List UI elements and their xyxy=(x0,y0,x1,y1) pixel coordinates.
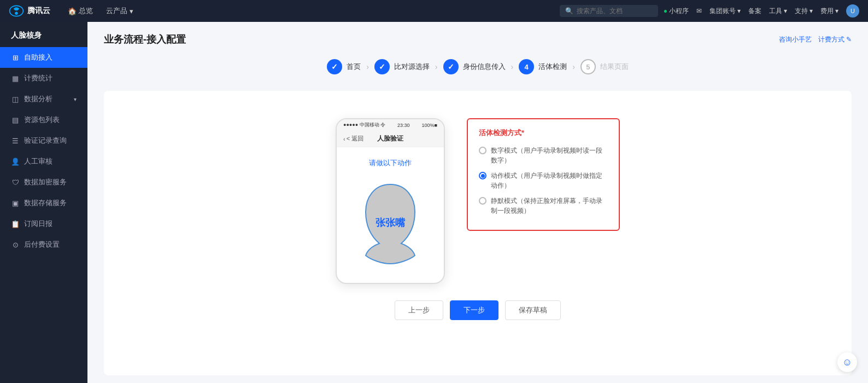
page-header: 业务流程-接入配置 咨询小手艺 计费方式 ✎ xyxy=(104,33,852,46)
step-label-2: 比对源选择 xyxy=(394,62,430,72)
chart-icon: ▦ xyxy=(11,74,20,83)
sidebar-item-daily-order[interactable]: 📋 订阅日报 xyxy=(0,213,87,234)
sidebar-item-post-fee[interactable]: ⊙ 后付费设置 xyxy=(0,234,87,255)
radio-circle-digit xyxy=(479,147,486,154)
step-circle-5: 5 xyxy=(580,59,596,74)
tools-link[interactable]: 工具 ▾ xyxy=(769,7,787,16)
search-area: 🔍 ● 小程序 ✉ 集团账号 ▾ 备案 工具 ▾ 支持 xyxy=(560,4,859,18)
search-input[interactable] xyxy=(577,7,653,15)
chevron-down-icon: ▾ xyxy=(130,7,133,15)
nav-products[interactable]: 云产品 ▾ xyxy=(99,0,140,22)
step-2: ✓ 比对源选择 xyxy=(374,59,430,74)
edit-icon: ✎ xyxy=(846,36,852,43)
chevron-right-icon: ▾ xyxy=(74,96,77,102)
step-1: ✓ 首页 xyxy=(327,59,361,74)
smile-icon: ☺ xyxy=(842,357,852,368)
stepper: ✓ 首页 › ✓ 比对源选择 › ✓ 身份信息传入 › 4 xyxy=(104,59,852,74)
top-nav: 腾讯云 🏠 总览 云产品 ▾ 🔍 ● 小程序 ✉ 集团账号 ▾ 备案 xyxy=(0,0,868,22)
content-card: ●●●●● 中国移动 令 23:30 100%■ ‹ < 返回 人脸验证 请做以… xyxy=(104,91,852,375)
mail-icon: ✉ xyxy=(696,7,702,15)
shield-icon: 🛡 xyxy=(11,178,20,187)
sidebar-item-data-analysis[interactable]: ◫ 数据分析 ▾ xyxy=(0,89,87,109)
sidebar-item-statistics[interactable]: ▦ 计费统计 xyxy=(0,68,87,89)
settings-panel-title: 活体检测方式* xyxy=(479,128,608,138)
group-link[interactable]: 集团账号 ▾ xyxy=(709,7,741,16)
radio-label-digit: 数字模式（用户手动录制视频时读一段数字） xyxy=(491,146,608,165)
radio-silent-mode[interactable]: 静默模式（保持正脸对准屏幕，手动录制一段视频） xyxy=(479,196,608,216)
step-3: ✓ 身份信息传入 xyxy=(443,59,506,74)
battery-text: 100%■ xyxy=(422,123,437,128)
radio-action-mode[interactable]: 动作模式（用户手动录制视频时做指定动作） xyxy=(479,171,608,190)
user-icon: 👤 xyxy=(11,157,20,166)
logo[interactable]: 腾讯云 xyxy=(9,5,50,17)
consult-link[interactable]: 咨询小手艺 xyxy=(779,35,812,44)
group-chevron-icon: ▾ xyxy=(737,7,741,15)
sidebar-item-self-access[interactable]: ⊞ 自助接入 xyxy=(0,47,87,68)
sidebar-item-resource-list[interactable]: ▤ 资源包列表 xyxy=(0,109,87,130)
search-box[interactable]: 🔍 xyxy=(560,5,658,17)
required-mark: * xyxy=(521,129,524,137)
mail-link[interactable]: ✉ xyxy=(696,7,702,15)
billing-link[interactable]: 计费方式 ✎ xyxy=(818,35,852,44)
nav-home[interactable]: 🏠 总览 xyxy=(61,0,99,22)
sidebar: 人脸核身 ⊞ 自助接入 ▦ 计费统计 ◫ 数据分析 ▾ ▤ 资源包列表 ☰ 验证… xyxy=(0,22,87,383)
search-icon: 🔍 xyxy=(565,7,573,15)
home-icon: 🏠 xyxy=(68,7,77,15)
calendar-icon: 📋 xyxy=(11,219,20,228)
phone-instruction: 请做以下动作 xyxy=(369,158,412,168)
face-action-text: 张张嘴 xyxy=(376,216,405,229)
sidebar-item-manual-review[interactable]: 👤 人工审核 xyxy=(0,151,87,172)
sidebar-item-verify-record[interactable]: ☰ 验证记录查询 xyxy=(0,130,87,151)
cost-chevron-icon: ▾ xyxy=(835,7,838,15)
signal-text: ●●●●● 中国移动 令 xyxy=(343,121,385,129)
step-5: 5 结果页面 xyxy=(580,59,629,74)
save-draft-button[interactable]: 保存草稿 xyxy=(505,300,561,320)
storage-icon: ▣ xyxy=(11,199,20,207)
feedback-button[interactable]: ☺ xyxy=(837,352,857,372)
step-arrow-1: › xyxy=(366,62,369,71)
radio-digit-mode[interactable]: 数字模式（用户手动录制视频时读一段数字） xyxy=(479,146,608,165)
radio-circle-silent xyxy=(479,197,486,205)
step-arrow-3: › xyxy=(511,62,514,71)
phone-back-button[interactable]: ‹ < 返回 xyxy=(343,135,363,143)
svg-point-1 xyxy=(15,11,18,15)
prev-button[interactable]: 上一步 xyxy=(395,300,443,320)
sidebar-title: 人脸核身 xyxy=(0,22,87,47)
top-nav-right: ● 小程序 ✉ 集团账号 ▾ 备案 工具 ▾ 支持 ▾ 费用 xyxy=(664,4,859,18)
cost-link[interactable]: 费用 ▾ xyxy=(820,7,838,16)
step-label-5: 结果页面 xyxy=(600,62,629,72)
step-arrow-4: › xyxy=(572,62,575,71)
step-label-4: 活体检测 xyxy=(538,62,567,72)
step-circle-3: ✓ xyxy=(443,59,459,74)
step-circle-2: ✓ xyxy=(374,59,390,74)
avatar[interactable]: U xyxy=(846,4,859,18)
phone-nav-bar: ‹ < 返回 人脸验证 xyxy=(337,131,444,147)
step-circle-4: 4 xyxy=(519,59,534,74)
mini-program-link[interactable]: ● 小程序 xyxy=(664,7,689,16)
page-actions: 咨询小手艺 计费方式 ✎ xyxy=(779,35,852,44)
phone-status-bar: ●●●●● 中国移动 令 23:30 100%■ xyxy=(337,119,444,131)
radio-circle-action xyxy=(479,172,486,179)
next-button[interactable]: 下一步 xyxy=(450,300,498,320)
step-arrow-2: › xyxy=(435,62,438,71)
step-label-3: 身份信息传入 xyxy=(463,62,506,72)
analysis-icon: ◫ xyxy=(11,95,20,103)
fee-icon: ⊙ xyxy=(11,240,20,249)
step-label-1: 首页 xyxy=(347,62,361,72)
support-chevron-icon: ▾ xyxy=(810,7,813,15)
phone-body: 请做以下动作 张张嘴 xyxy=(337,147,444,283)
back-arrow-icon: ‹ xyxy=(343,136,345,142)
phone-mockup: ●●●●● 中国移动 令 23:30 100%■ ‹ < 返回 人脸验证 请做以… xyxy=(336,118,445,284)
backup-link[interactable]: 备案 xyxy=(748,7,761,16)
layout: 人脸核身 ⊞ 自助接入 ▦ 计费统计 ◫ 数据分析 ▾ ▤ 资源包列表 ☰ 验证… xyxy=(0,0,868,383)
grid-icon: ⊞ xyxy=(11,53,20,62)
step-4: 4 活体检测 xyxy=(519,59,567,74)
phone-container: ●●●●● 中国移动 令 23:30 100%■ ‹ < 返回 人脸验证 请做以… xyxy=(126,118,830,284)
sidebar-item-data-storage[interactable]: ▣ 数据存储服务 xyxy=(0,193,87,213)
mini-program-icon: ● xyxy=(664,7,667,15)
face-silhouette: 张张嘴 xyxy=(355,179,426,266)
record-icon: ☰ xyxy=(11,136,20,145)
phone-nav-title: 人脸验证 xyxy=(377,134,403,143)
support-link[interactable]: 支持 ▾ xyxy=(795,7,813,16)
sidebar-item-data-encrypt[interactable]: 🛡 数据加密服务 xyxy=(0,172,87,193)
